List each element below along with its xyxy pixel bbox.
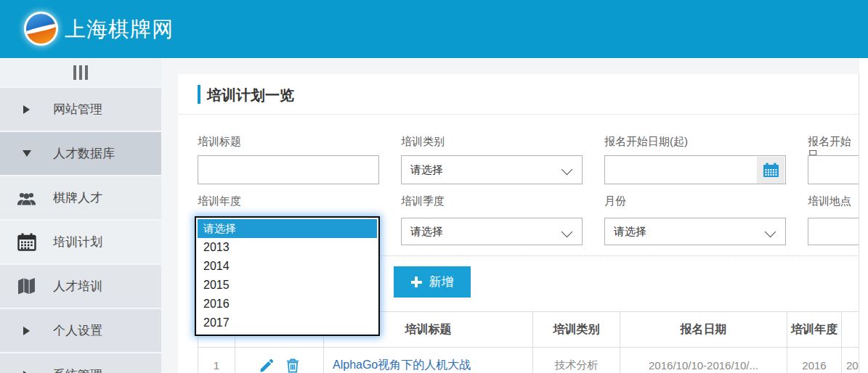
signup-start-date-input[interactable] [604,155,786,184]
row-actions [235,348,324,373]
sidebar-item-personal-settings[interactable]: 个人设置 [0,309,161,352]
filter-label-month: 月份 [604,194,626,208]
year-option-2016[interactable]: 2016 [198,295,377,313]
brand-title: 上海棋牌网 [65,0,174,58]
sidebar-item-chess-talent[interactable]: 棋牌人才 [0,176,161,219]
sidebar-item-label: 棋牌人才 [53,189,102,206]
app-header: 上海棋牌网 [0,0,868,58]
add-button-label: 新增 [429,274,454,290]
filter-label-year: 培训年度 [198,194,241,208]
sidebar-collapse-button[interactable] [0,58,161,86]
filter-label-location: 培训地点 [808,194,851,208]
select-value: 请选择 [605,218,785,245]
sidebar-item-training-plan[interactable]: 培训计划 [0,221,161,263]
select-value: 请选择 [402,156,582,184]
add-button[interactable]: 新增 [394,266,471,298]
chevron-down-icon [0,150,53,157]
logo-wave [26,22,56,36]
calendar-icon [763,163,779,178]
sidebar-item-label: 人才数据库 [53,145,115,162]
calendar-icon [0,233,53,251]
edit-pencil-icon[interactable] [259,358,274,373]
year-option-2017[interactable]: 2017 [198,313,377,332]
map-icon [0,278,53,295]
date-picker-button[interactable] [757,157,784,184]
sidebar-item-talent-database[interactable]: 人才数据库 [0,132,161,175]
row-category: 技术分析 [533,348,620,373]
sidebar-item-system-mgmt[interactable]: 系统管理 [0,353,161,373]
header-extra [842,312,860,348]
sidebar-item-label: 培训计划 [53,234,102,250]
year-dropdown-list[interactable]: 请选择 2013 2014 2015 2016 2017 [195,216,380,336]
year-option-2013[interactable]: 2013 [198,238,377,257]
title-accent-bar [198,85,200,104]
select-value: 请选择 [402,218,582,245]
filter-label-title: 培训标题 [198,135,241,149]
filter-label-category: 培训类别 [401,135,445,149]
year-option-2014[interactable]: 2014 [198,257,377,276]
training-quarter-select[interactable]: 请选择 [401,218,583,245]
logo-swirl [26,14,56,44]
sidebar-item-label: 个人设置 [53,322,102,339]
row-number: 1 [198,348,235,373]
chevron-right-icon [0,371,53,373]
training-location-input[interactable] [808,218,859,245]
table-row: 1 [198,348,860,373]
row-date: 2016/10/10-2016/10/... [620,348,787,373]
sidebar-item-website-mgmt[interactable]: 网站管理 [0,88,161,131]
signup-end-date-input[interactable] [808,155,859,184]
filter-label-quarter: 培训季度 [401,194,445,208]
header-date: 报名日期 [620,312,787,348]
sidebar-item-label: 系统管理 [53,366,102,373]
year-option-2015[interactable]: 2015 [198,276,377,295]
year-option-placeholder[interactable]: 请选择 [198,219,377,238]
header-year: 培训年度 [787,312,842,348]
sidebar-item-talent-training[interactable]: 人才培训 [0,265,161,308]
sidebar-item-label: 网站管理 [53,101,102,118]
collapse-columns-icon [73,65,76,80]
row-extra: 20 [842,348,860,373]
content-panel: 培训计划一览 培训标题 培训类别 请选择 报名开始日期(起) 报名开始日 培训年… [178,74,859,373]
row-title-cell: AlphaGo视角下的人机大战 [324,348,533,373]
collapse-columns-icon [79,65,82,80]
sidebar-item-label: 人才培训 [53,278,102,295]
row-year: 2016 [787,348,842,373]
sidebar: 网站管理 人才数据库 棋牌人才 [0,58,161,373]
header-category: 培训类别 [533,312,620,348]
plus-icon [411,276,422,287]
page-title: 培训计划一览 [207,86,294,105]
training-category-select[interactable]: 请选择 [401,155,583,184]
users-icon [0,190,53,206]
month-select[interactable]: 请选择 [604,218,786,245]
chevron-right-icon [0,327,53,335]
training-title-input[interactable] [198,155,379,184]
delete-trash-icon[interactable] [286,358,299,373]
training-title-link[interactable]: AlphaGo视角下的人机大战 [333,358,471,371]
chevron-right-icon [0,105,53,114]
logo-icon [24,12,58,46]
filter-label-signup-start-from: 报名开始日期(起) [604,135,688,149]
collapse-columns-icon [85,65,88,80]
page-title-row: 培训计划一览 [178,74,859,115]
